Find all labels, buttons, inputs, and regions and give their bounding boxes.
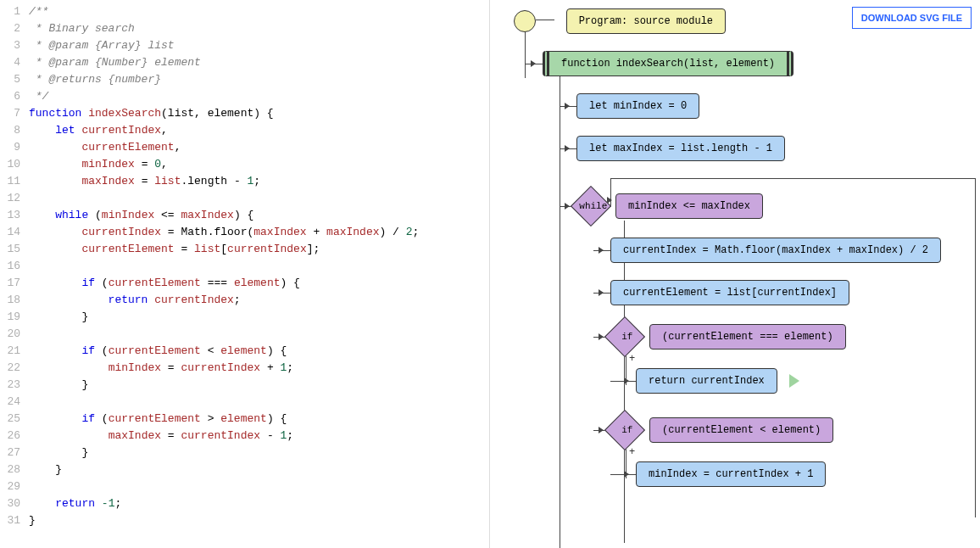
assign-min-node: minIndex = currentIndex + 1 (636, 461, 826, 487)
code-line: 21 if (currentElement < element) { (0, 343, 489, 360)
line-number: 28 (0, 461, 29, 478)
code-text[interactable]: minIndex = currentIndex + 1; (29, 360, 489, 377)
code-text[interactable]: if (currentElement < element) { (29, 343, 489, 360)
code-body: 1/**2 * Binary search3 * @param {Array} … (0, 3, 489, 529)
return-node: return currentIndex (636, 368, 777, 394)
arrow-icon (599, 427, 604, 433)
let-min-node: let minIndex = 0 (576, 93, 699, 119)
code-line: 19 } (0, 309, 489, 326)
let-max-node: let maxIndex = list.length - 1 (576, 136, 785, 161)
code-text[interactable]: maxIndex = list.length - 1; (29, 173, 489, 190)
if2-diamond: if (604, 410, 645, 450)
line-number: 22 (0, 360, 29, 377)
code-line: 24 (0, 394, 489, 411)
code-text[interactable]: * @returns {number} (29, 71, 489, 88)
code-line: 22 minIndex = currentIndex + 1; (0, 360, 489, 377)
line-number: 11 (0, 173, 29, 190)
flowchart-pane[interactable]: DOWNLOAD SVG FILE Program: source module… (490, 0, 980, 548)
while-cond-node: minIndex <= maxIndex (615, 193, 763, 219)
start-node (514, 10, 536, 32)
code-line: 5 * @returns {number} (0, 71, 489, 88)
arrow-icon (624, 471, 629, 478)
code-text[interactable]: while (minIndex <= maxIndex) { (29, 207, 489, 224)
code-text[interactable]: return currentIndex; (29, 292, 489, 309)
code-line: 16 (0, 258, 489, 275)
line-number: 26 (0, 428, 29, 445)
code-text[interactable]: } (29, 445, 489, 461)
code-text[interactable]: let currentIndex, (29, 122, 489, 139)
while-diamond: while (571, 186, 611, 226)
line-number: 29 (0, 478, 29, 495)
code-text[interactable]: currentIndex = Math.floor(maxIndex + max… (29, 224, 489, 241)
arrow-icon (599, 247, 604, 254)
code-text[interactable]: function indexSearch(list, element) { (29, 105, 489, 122)
code-text[interactable]: currentElement = list[currentIndex]; (29, 241, 489, 258)
code-text[interactable]: return -1; (29, 495, 489, 512)
assign-elem-node: currentElement = list[currentIndex] (610, 280, 849, 305)
line-number: 9 (0, 139, 29, 156)
code-text[interactable]: } (29, 461, 489, 478)
code-line: 9 currentElement, (0, 139, 489, 156)
code-line: 4 * @param {Number} element (0, 54, 489, 71)
code-line: 15 currentElement = list[currentIndex]; (0, 241, 489, 258)
code-line: 18 return currentIndex; (0, 292, 489, 309)
if1-diamond: if (604, 316, 645, 357)
code-line: 29 (0, 478, 489, 495)
code-line: 30 return -1; (0, 495, 489, 512)
code-line: 10 minIndex = 0, (0, 156, 489, 173)
code-editor-pane[interactable]: 1/**2 * Binary search3 * @param {Array} … (0, 0, 490, 548)
code-line: 23 } (0, 377, 489, 394)
line-number: 12 (0, 190, 29, 207)
code-text[interactable]: if (currentElement === element) { (29, 275, 489, 292)
line-number: 1 (0, 3, 29, 20)
line-number: 15 (0, 241, 29, 258)
code-text[interactable]: } (29, 512, 489, 529)
code-line: 1/** (0, 3, 489, 20)
code-text[interactable]: * Binary search (29, 20, 489, 37)
line-number: 30 (0, 495, 29, 512)
code-text[interactable]: */ (29, 88, 489, 105)
code-line: 27 } (0, 445, 489, 461)
line-number: 13 (0, 207, 29, 224)
code-text[interactable]: * @param {Array} list (29, 37, 489, 54)
line-number: 25 (0, 411, 29, 428)
code-text[interactable] (29, 394, 489, 411)
code-text[interactable] (29, 190, 489, 207)
line-number: 6 (0, 88, 29, 105)
return-arrow-icon (789, 374, 799, 388)
code-text[interactable]: } (29, 309, 489, 326)
arrow-icon (565, 203, 570, 210)
code-text[interactable]: * @param {Number} element (29, 54, 489, 71)
code-line: 8 let currentIndex, (0, 122, 489, 139)
assign-index-node: currentIndex = Math.floor(maxIndex + max… (610, 238, 941, 263)
function-node: function indexSearch(list, element) (543, 51, 793, 76)
code-text[interactable] (29, 326, 489, 343)
line-number: 27 (0, 445, 29, 461)
code-text[interactable]: /** (29, 3, 489, 20)
line-number: 20 (0, 326, 29, 343)
line-number: 18 (0, 292, 29, 309)
code-text[interactable]: maxIndex = currentIndex - 1; (29, 428, 489, 445)
code-line: 26 maxIndex = currentIndex - 1; (0, 428, 489, 445)
plus-icon: + (629, 353, 635, 365)
arrow-icon (565, 103, 570, 109)
code-line: 6 */ (0, 88, 489, 105)
code-text[interactable]: if (currentElement > element) { (29, 411, 489, 428)
code-text[interactable]: } (29, 377, 489, 394)
code-line: 7function indexSearch(list, element) { (0, 105, 489, 122)
line-number: 31 (0, 512, 29, 529)
code-text[interactable] (29, 478, 489, 495)
arrow-icon (599, 333, 604, 340)
line-number: 23 (0, 377, 29, 394)
code-line: 28 } (0, 461, 489, 478)
line-number: 7 (0, 105, 29, 122)
code-text[interactable] (29, 258, 489, 275)
code-line: 20 (0, 326, 489, 343)
arrow-icon (624, 377, 629, 384)
code-line: 2 * Binary search (0, 20, 489, 37)
line-number: 5 (0, 71, 29, 88)
code-text[interactable]: minIndex = 0, (29, 156, 489, 173)
line-number: 14 (0, 224, 29, 241)
code-text[interactable]: currentElement, (29, 139, 489, 156)
line-number: 17 (0, 275, 29, 292)
